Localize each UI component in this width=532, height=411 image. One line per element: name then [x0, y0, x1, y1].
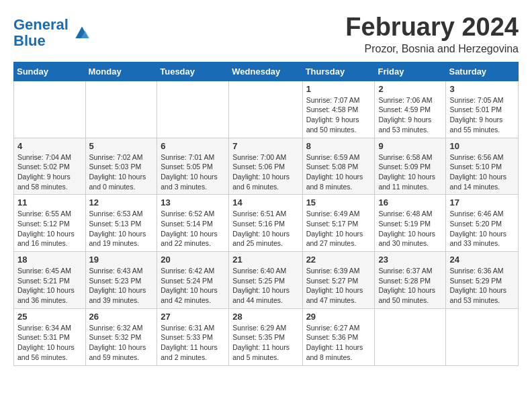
calendar-cell: 18Sunrise: 6:45 AM Sunset: 5:21 PM Dayli… — [14, 252, 86, 309]
day-number: 7 — [232, 141, 298, 151]
day-info: Sunrise: 6:39 AM Sunset: 5:27 PM Dayligh… — [306, 266, 371, 306]
calendar-table: SundayMondayTuesdayWednesdayThursdayFrid… — [13, 62, 519, 366]
day-info: Sunrise: 6:51 AM Sunset: 5:16 PM Dayligh… — [232, 209, 298, 248]
calendar-cell: 8Sunrise: 6:59 AM Sunset: 5:08 PM Daylig… — [302, 138, 375, 195]
day-info: Sunrise: 7:01 AM Sunset: 5:05 PM Dayligh… — [161, 152, 225, 192]
calendar-cell: 13Sunrise: 6:52 AM Sunset: 5:14 PM Dayli… — [157, 195, 229, 252]
calendar-cell: 23Sunrise: 6:37 AM Sunset: 5:28 PM Dayli… — [375, 252, 446, 309]
day-number: 21 — [232, 255, 298, 265]
weekday-header-saturday: Saturday — [446, 62, 519, 81]
calendar-cell: 2Sunrise: 7:06 AM Sunset: 4:59 PM Daylig… — [375, 81, 446, 138]
day-info: Sunrise: 6:53 AM Sunset: 5:13 PM Dayligh… — [89, 209, 154, 248]
day-number: 6 — [161, 141, 225, 151]
day-number: 25 — [17, 312, 82, 322]
day-number: 13 — [161, 197, 225, 208]
day-number: 11 — [17, 197, 82, 208]
week-row-2: 4Sunrise: 7:04 AM Sunset: 5:02 PM Daylig… — [14, 138, 519, 195]
weekday-header-sunday: Sunday — [14, 62, 86, 81]
header: General Blue February 2024 Prozor, Bosni… — [13, 13, 519, 55]
week-row-4: 18Sunrise: 6:45 AM Sunset: 5:21 PM Dayli… — [14, 252, 519, 309]
calendar-cell — [229, 81, 302, 138]
weekday-header-wednesday: Wednesday — [229, 62, 302, 81]
calendar-cell: 16Sunrise: 6:48 AM Sunset: 5:19 PM Dayli… — [375, 195, 446, 252]
calendar-cell — [157, 81, 229, 138]
calendar-cell: 26Sunrise: 6:32 AM Sunset: 5:32 PM Dayli… — [85, 308, 157, 365]
weekday-header-row: SundayMondayTuesdayWednesdayThursdayFrid… — [14, 62, 519, 81]
calendar-cell: 19Sunrise: 6:43 AM Sunset: 5:23 PM Dayli… — [85, 252, 157, 309]
day-info: Sunrise: 6:34 AM Sunset: 5:31 PM Dayligh… — [17, 323, 82, 363]
calendar-cell: 21Sunrise: 6:40 AM Sunset: 5:25 PM Dayli… — [229, 252, 302, 309]
day-info: Sunrise: 7:06 AM Sunset: 4:59 PM Dayligh… — [378, 95, 442, 135]
weekday-header-monday: Monday — [85, 62, 157, 81]
day-number: 26 — [89, 312, 154, 322]
day-number: 20 — [161, 255, 225, 265]
day-number: 29 — [306, 312, 371, 322]
logo-blue: Blue — [13, 32, 46, 49]
calendar-cell: 5Sunrise: 7:02 AM Sunset: 5:03 PM Daylig… — [85, 138, 157, 195]
day-info: Sunrise: 6:29 AM Sunset: 5:35 PM Dayligh… — [232, 323, 298, 363]
day-number: 3 — [449, 84, 515, 94]
day-number: 18 — [17, 255, 82, 265]
day-info: Sunrise: 6:32 AM Sunset: 5:32 PM Dayligh… — [89, 323, 154, 363]
calendar-cell — [85, 81, 157, 138]
calendar-cell: 12Sunrise: 6:53 AM Sunset: 5:13 PM Dayli… — [85, 195, 157, 252]
day-number: 9 — [378, 141, 442, 151]
day-info: Sunrise: 6:45 AM Sunset: 5:21 PM Dayligh… — [17, 266, 82, 306]
day-number: 28 — [232, 312, 298, 322]
day-info: Sunrise: 6:48 AM Sunset: 5:19 PM Dayligh… — [378, 209, 442, 248]
week-row-1: 1Sunrise: 7:07 AM Sunset: 4:58 PM Daylig… — [14, 81, 519, 138]
month-title: February 2024 — [345, 13, 519, 42]
calendar-cell: 14Sunrise: 6:51 AM Sunset: 5:16 PM Dayli… — [229, 195, 302, 252]
day-info: Sunrise: 6:59 AM Sunset: 5:08 PM Dayligh… — [306, 152, 371, 192]
day-number: 10 — [449, 141, 515, 151]
calendar-cell: 28Sunrise: 6:29 AM Sunset: 5:35 PM Dayli… — [229, 308, 302, 365]
day-number: 24 — [449, 255, 515, 265]
day-number: 17 — [449, 197, 515, 208]
calendar-cell: 1Sunrise: 7:07 AM Sunset: 4:58 PM Daylig… — [302, 81, 375, 138]
calendar-cell: 24Sunrise: 6:36 AM Sunset: 5:29 PM Dayli… — [446, 252, 519, 309]
location-title: Prozor, Bosnia and Herzegovina — [345, 43, 519, 55]
day-info: Sunrise: 7:05 AM Sunset: 5:01 PM Dayligh… — [449, 95, 515, 135]
day-number: 2 — [378, 84, 442, 94]
day-number: 8 — [306, 141, 371, 151]
day-number: 19 — [89, 255, 154, 265]
day-info: Sunrise: 6:49 AM Sunset: 5:17 PM Dayligh… — [306, 209, 371, 248]
calendar-cell — [446, 308, 519, 365]
day-number: 27 — [161, 312, 225, 322]
calendar-cell: 27Sunrise: 6:31 AM Sunset: 5:33 PM Dayli… — [157, 308, 229, 365]
logo: General Blue — [13, 17, 93, 49]
logo-general: General — [13, 16, 69, 33]
day-info: Sunrise: 6:55 AM Sunset: 5:12 PM Dayligh… — [17, 209, 82, 248]
day-info: Sunrise: 7:04 AM Sunset: 5:02 PM Dayligh… — [17, 152, 82, 192]
title-area: February 2024 Prozor, Bosnia and Herzego… — [345, 13, 519, 55]
logo-text: General Blue — [13, 17, 69, 49]
day-info: Sunrise: 6:46 AM Sunset: 5:20 PM Dayligh… — [449, 209, 515, 248]
day-info: Sunrise: 6:37 AM Sunset: 5:28 PM Dayligh… — [378, 266, 442, 306]
day-number: 12 — [89, 197, 154, 208]
weekday-header-friday: Friday — [375, 62, 446, 81]
day-number: 15 — [306, 197, 371, 208]
calendar-cell: 11Sunrise: 6:55 AM Sunset: 5:12 PM Dayli… — [14, 195, 86, 252]
calendar-cell: 3Sunrise: 7:05 AM Sunset: 5:01 PM Daylig… — [446, 81, 519, 138]
day-info: Sunrise: 6:27 AM Sunset: 5:36 PM Dayligh… — [306, 323, 371, 363]
week-row-3: 11Sunrise: 6:55 AM Sunset: 5:12 PM Dayli… — [14, 195, 519, 252]
day-number: 22 — [306, 255, 371, 265]
calendar-cell: 6Sunrise: 7:01 AM Sunset: 5:05 PM Daylig… — [157, 138, 229, 195]
day-number: 5 — [89, 141, 154, 151]
week-row-5: 25Sunrise: 6:34 AM Sunset: 5:31 PM Dayli… — [14, 308, 519, 365]
day-number: 14 — [232, 197, 298, 208]
day-info: Sunrise: 6:58 AM Sunset: 5:09 PM Dayligh… — [378, 152, 442, 192]
calendar-cell: 4Sunrise: 7:04 AM Sunset: 5:02 PM Daylig… — [14, 138, 86, 195]
weekday-header-thursday: Thursday — [302, 62, 375, 81]
day-info: Sunrise: 6:36 AM Sunset: 5:29 PM Dayligh… — [449, 266, 515, 306]
calendar-cell: 22Sunrise: 6:39 AM Sunset: 5:27 PM Dayli… — [302, 252, 375, 309]
day-info: Sunrise: 6:43 AM Sunset: 5:23 PM Dayligh… — [89, 266, 154, 306]
day-info: Sunrise: 6:42 AM Sunset: 5:24 PM Dayligh… — [161, 266, 225, 306]
day-info: Sunrise: 6:40 AM Sunset: 5:25 PM Dayligh… — [232, 266, 298, 306]
day-info: Sunrise: 6:52 AM Sunset: 5:14 PM Dayligh… — [161, 209, 225, 248]
calendar-cell: 25Sunrise: 6:34 AM Sunset: 5:31 PM Dayli… — [14, 308, 86, 365]
day-info: Sunrise: 6:56 AM Sunset: 5:10 PM Dayligh… — [449, 152, 515, 192]
day-info: Sunrise: 7:02 AM Sunset: 5:03 PM Dayligh… — [89, 152, 154, 192]
calendar-cell: 7Sunrise: 7:00 AM Sunset: 5:06 PM Daylig… — [229, 138, 302, 195]
calendar-cell: 29Sunrise: 6:27 AM Sunset: 5:36 PM Dayli… — [302, 308, 375, 365]
